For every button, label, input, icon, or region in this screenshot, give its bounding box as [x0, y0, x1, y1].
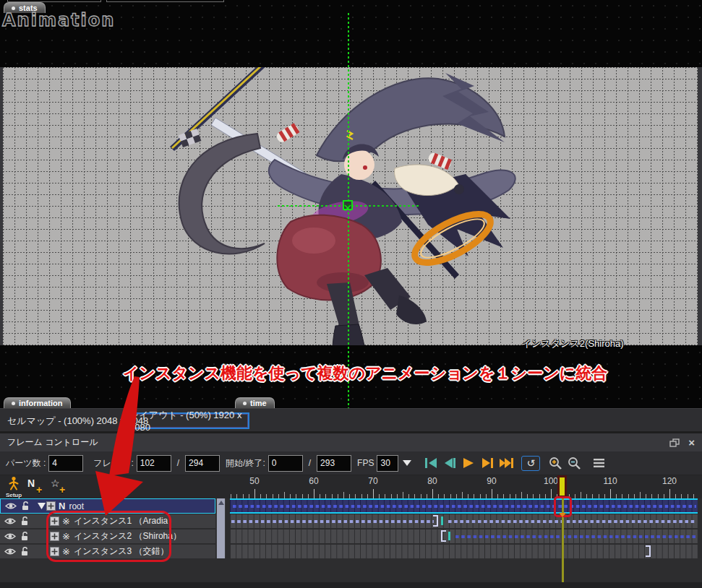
lock-icon[interactable] — [20, 501, 30, 511]
frame-control-panel: フレーム コントロール × パーツ数 : フレーム : / 開始/終了: / — [0, 431, 702, 588]
range-start-input[interactable] — [268, 455, 303, 472]
layer-row-instance-1[interactable]: ※ インスタンス1 （Aradia） — [0, 514, 215, 528]
lock-icon[interactable] — [20, 547, 30, 556]
range-end-input[interactable] — [317, 455, 351, 472]
layer-row-instance-3[interactable]: ※ インスタンス3 （交錯） — [0, 545, 215, 558]
keyframe-dashes — [230, 520, 434, 523]
current-frame-input[interactable] — [137, 455, 171, 472]
timeline-track-instance-1[interactable] — [230, 514, 698, 528]
jump-end-icon — [500, 458, 513, 468]
annotation-text: インスタンス機能を使って複数のアニメーションを１シーンに統合 — [123, 363, 607, 384]
scroll-up-icon — [218, 501, 224, 505]
horizontal-scroll-strip[interactable] — [0, 582, 702, 588]
layer-instance2-label: インスタンス2 （Shiroha） — [74, 530, 181, 542]
layer-row-root[interactable]: N root — [0, 498, 215, 514]
plus-icon: + — [59, 484, 65, 496]
visibility-eye-icon[interactable] — [4, 502, 17, 510]
tab-information-label: information — [19, 399, 63, 407]
loop-toggle-button[interactable]: ↺ — [521, 456, 540, 471]
visibility-eye-icon[interactable] — [4, 548, 17, 555]
lock-icon[interactable] — [20, 516, 30, 526]
setup-person-icon — [7, 476, 20, 490]
tab-bullet-icon — [12, 7, 15, 10]
parts-count-input[interactable] — [48, 455, 83, 472]
total-frames-input[interactable] — [185, 455, 220, 472]
view-tabs-bar: セルマップ - (100%) 2048 x 2048 レイアウト - (50%)… — [0, 408, 702, 431]
viewport-mode-title: Animation — [2, 10, 115, 30]
play-button[interactable] — [459, 457, 478, 470]
jump-end-button[interactable] — [497, 457, 515, 470]
parts-count-label: パーツ数 : — [6, 457, 46, 470]
frame-control-header[interactable]: フレーム コントロール × — [0, 433, 702, 451]
range-label: 開始/終了: — [226, 457, 265, 470]
expand-part-box-icon[interactable] — [50, 532, 59, 541]
expand-triangle-icon[interactable] — [36, 503, 46, 509]
setup-button[interactable]: Setup — [4, 476, 23, 497]
keyframe-dashes — [231, 505, 696, 508]
zoom-out-button[interactable] — [565, 457, 583, 470]
spritestudio-window: stats Animation — [0, 0, 702, 588]
prev-frame-button[interactable] — [440, 457, 459, 470]
expand-part-box-icon[interactable] — [50, 516, 59, 526]
range-slash: / — [309, 458, 311, 468]
origin-marker[interactable] — [343, 200, 353, 210]
close-panel-icon[interactable]: × — [688, 438, 695, 447]
star-icon: ☆ — [51, 477, 60, 489]
tab-time[interactable]: time — [235, 397, 275, 408]
frame-label: フレーム : — [93, 457, 134, 470]
keyframe-range-end-bracket[interactable] — [646, 545, 651, 557]
next-frame-button[interactable] — [478, 457, 497, 470]
timeline-menu-button[interactable] — [589, 457, 608, 470]
layer-instance1-label: インスタンス1 （Aradia） — [74, 515, 176, 527]
keyframe-range-start-bracket[interactable] — [441, 530, 446, 542]
layer-row-instance-2[interactable]: ※ インスタンス2 （Shiroha） — [0, 529, 215, 543]
instance-canvas-label: インスタンス2(Shiroha) — [522, 337, 624, 350]
canvas-left-edge — [0, 67, 3, 345]
jump-start-icon — [425, 458, 437, 468]
timeline-track-instance-2[interactable] — [230, 529, 698, 543]
float-panel-icon[interactable] — [669, 438, 680, 447]
expand-part-box-icon[interactable] — [50, 547, 59, 556]
instance-part-icon: ※ — [62, 531, 70, 542]
setup-label: Setup — [4, 493, 23, 498]
null-part-glyph: N — [27, 477, 35, 489]
tab-layout-selected[interactable]: レイアウト - (50%) 1920 x 1080 — [128, 412, 249, 429]
jump-start-button[interactable] — [421, 457, 440, 470]
playhead-tip-icon — [559, 513, 566, 517]
instance-keyframe[interactable] — [441, 516, 443, 525]
frame-control-title: フレーム コントロール — [7, 436, 98, 449]
tab-time-label: time — [250, 399, 267, 407]
fps-input[interactable] — [377, 455, 398, 472]
instance-keyframe[interactable] — [448, 532, 450, 540]
origin-x-icon — [344, 204, 351, 212]
layer-instance3-label: インスタンス3 （交錯） — [74, 545, 169, 558]
null-part-badge: N — [59, 501, 65, 511]
play-icon — [463, 458, 474, 468]
prev-frame-icon — [444, 458, 456, 468]
frame-control-toolbar: パーツ数 : フレーム : / 開始/終了: / FPS — [0, 451, 702, 475]
fps-dropdown-icon[interactable] — [403, 460, 411, 466]
visibility-eye-icon[interactable] — [4, 532, 17, 540]
timeline-empty-area — [0, 558, 702, 582]
keyframe-range-end-bracket[interactable] — [433, 515, 438, 527]
add-null-part-button[interactable]: N + — [27, 477, 45, 496]
instance-part-icon: ※ — [62, 516, 70, 527]
timeline-ruler[interactable]: 5060708090100110120 — [230, 475, 702, 498]
next-frame-icon — [481, 458, 494, 468]
expand-part-box-icon[interactable] — [46, 501, 56, 511]
timeline-track-root[interactable] — [230, 498, 698, 514]
zoom-in-button[interactable] — [546, 457, 565, 470]
visibility-eye-icon[interactable] — [4, 517, 17, 525]
plus-icon: + — [36, 484, 42, 496]
tab-bullet-icon — [12, 402, 15, 405]
lock-icon[interactable] — [20, 532, 30, 541]
playhead-marker[interactable] — [557, 475, 567, 498]
instance-part-icon: ※ — [62, 546, 70, 557]
tab-cellmap[interactable]: セルマップ - (100%) 2048 x 2048 — [7, 412, 148, 429]
tab-information[interactable]: information — [4, 397, 71, 408]
menu-icon — [594, 459, 604, 467]
animation-viewport: stats Animation — [0, 0, 702, 408]
timeline-track-instance-3[interactable] — [230, 545, 698, 558]
add-effect-part-button[interactable]: ☆ + — [51, 477, 68, 496]
window-fragment — [106, 0, 224, 2]
